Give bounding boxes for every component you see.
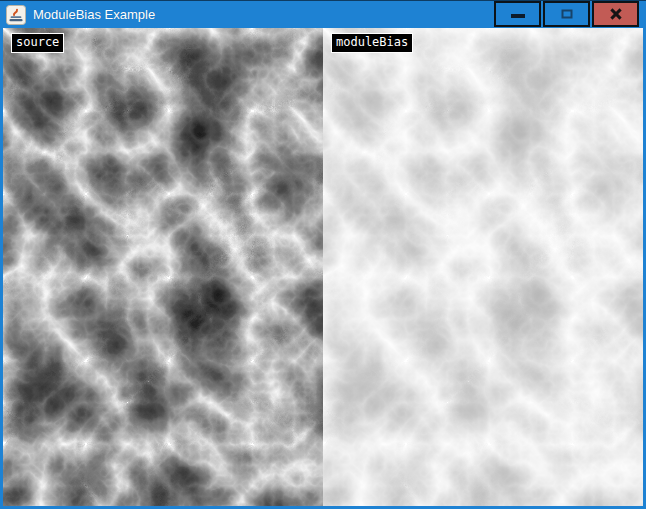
window-title: ModuleBias Example xyxy=(33,1,155,28)
app-window: ModuleBias Example xyxy=(0,0,646,509)
minimize-button[interactable] xyxy=(494,1,541,27)
render-area: source mod xyxy=(3,28,643,506)
minimize-icon xyxy=(511,14,525,18)
panel-label-source: source xyxy=(11,33,64,53)
panel-source: source xyxy=(3,28,323,506)
source-noise-image xyxy=(3,28,323,506)
maximize-button[interactable] xyxy=(543,1,590,27)
close-button[interactable] xyxy=(592,1,639,27)
titlebar[interactable]: ModuleBias Example xyxy=(0,1,646,28)
java-app-icon xyxy=(6,5,26,25)
panel-label-modulebias: moduleBias xyxy=(331,33,413,53)
window-controls xyxy=(494,1,639,28)
maximize-icon xyxy=(561,10,572,19)
modulebias-noise-image xyxy=(323,28,643,506)
panel-modulebias: moduleBias xyxy=(323,28,643,506)
